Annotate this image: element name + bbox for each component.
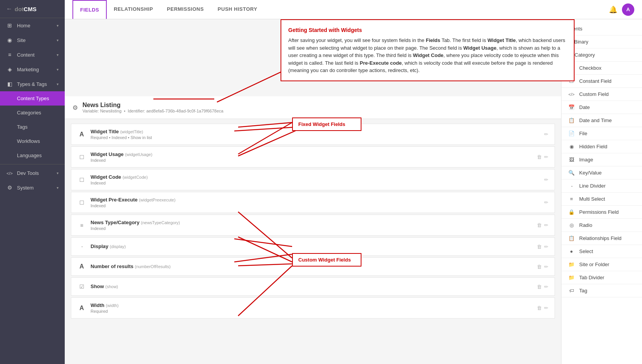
- notification-icon[interactable]: 🔔: [609, 5, 617, 14]
- delete-icon[interactable]: 🗑: [537, 284, 542, 290]
- delete-icon[interactable]: 🗑: [537, 244, 542, 250]
- sidebar-item-types-tags[interactable]: ◧ Types & Tags ▾: [0, 77, 65, 91]
- field-actions: 🗑 ✏: [537, 305, 548, 311]
- chevron-icon: ▾: [57, 38, 59, 42]
- sidebar-item-home[interactable]: ⊞ Home ▾: [0, 18, 65, 33]
- field-actions: 🗑 ✏: [537, 222, 548, 228]
- sidebar-item-system[interactable]: ⚙ System ▾: [0, 180, 65, 195]
- right-panel-item-radio[interactable]: ◎ Radio: [561, 219, 642, 232]
- right-panel-item-line-divider[interactable]: ··· Line Divider: [561, 179, 642, 193]
- field-meta: Indexed: [91, 203, 539, 208]
- field-meta: Required • Indexed • Show in list: [91, 135, 539, 140]
- field-var: (width): [106, 303, 119, 308]
- gear-icon[interactable]: ⚙: [72, 104, 78, 111]
- right-panel-item-site-or-folder[interactable]: 📁 Site or Folder: [561, 258, 642, 271]
- sidebar-item-content[interactable]: ≡ Content ▾: [0, 47, 65, 62]
- line-divider-icon: ···: [568, 184, 575, 188]
- delete-icon[interactable]: 🗑: [537, 264, 542, 270]
- right-panel-item-select[interactable]: ● Select: [561, 245, 642, 258]
- field-actions: 🗑 ✏: [537, 154, 548, 160]
- delete-icon[interactable]: 🗑: [537, 222, 542, 228]
- field-var: (display): [110, 244, 126, 249]
- avatar[interactable]: A: [622, 3, 634, 16]
- home-icon: ⊞: [6, 22, 13, 29]
- right-panel-item-multi-select[interactable]: ≡ Multi Select: [561, 193, 642, 206]
- back-arrow-icon[interactable]: ←: [6, 5, 12, 12]
- field-actions: ✏: [544, 200, 548, 205]
- site-icon: ◉: [6, 37, 13, 43]
- delete-icon[interactable]: 🗑: [537, 305, 542, 311]
- field-type-icon: ≡: [77, 221, 86, 230]
- right-panel-item-tab-divider[interactable]: 📁 Tab Divider: [561, 271, 642, 284]
- right-panel-item-custom-field[interactable]: </> Custom Field: [561, 88, 642, 101]
- field-type-icon: ☑: [77, 282, 86, 291]
- field-info: News Type/Category (newsTypeCategory) In…: [91, 220, 532, 231]
- image-icon: 🖼: [568, 157, 575, 163]
- right-panel-label: Site or Folder: [579, 262, 609, 267]
- sidebar-item-content-types[interactable]: Content Types: [0, 91, 65, 106]
- sidebar-item-languages[interactable]: Languages: [0, 148, 65, 163]
- right-panel-item-tag[interactable]: 🏷 Tag: [561, 284, 642, 297]
- edit-icon[interactable]: ✏: [544, 200, 548, 205]
- site-folder-icon: 📁: [568, 262, 575, 267]
- field-info: Width (width) Required: [91, 302, 532, 314]
- date-icon: 📅: [568, 104, 575, 110]
- right-panel-item-file[interactable]: 📄 File: [561, 127, 642, 140]
- edit-icon[interactable]: ✏: [544, 177, 548, 183]
- system-icon: ⚙: [6, 185, 13, 191]
- tab-push-history[interactable]: PUSH HISTORY: [211, 0, 264, 19]
- sidebar-item-workflows[interactable]: Workflows: [0, 134, 65, 148]
- field-row: ☐ Widget Code (widgetCode) Indexed ✏: [71, 169, 555, 190]
- right-panel-label: File: [579, 131, 587, 136]
- field-info: Widget Title (widgetTitle) Required • In…: [91, 129, 539, 140]
- field-name: Display (display): [91, 243, 532, 249]
- sidebar-item-dev-tools[interactable]: </> Dev Tools ▾: [0, 166, 65, 180]
- tag-icon: 🏷: [568, 288, 575, 294]
- right-panel-item-permissions-field[interactable]: 🔒 Permissions Field: [561, 206, 642, 219]
- relationships-field-icon: 📋: [568, 235, 575, 241]
- field-info: Widget Usage (widgetUsage) Indexed: [91, 151, 532, 163]
- edit-icon[interactable]: ✏: [544, 264, 548, 270]
- delete-icon[interactable]: 🗑: [537, 154, 542, 160]
- right-panel-item-date[interactable]: 📅 Date: [561, 101, 642, 114]
- right-panel-item-relationships-field[interactable]: 📋 Relationships Field: [561, 232, 642, 245]
- field-var: (widgetTitle): [120, 129, 143, 134]
- field-row: ☐ Widget Pre-Execute (widgetPreexecute) …: [71, 192, 555, 213]
- tab-relationship[interactable]: RELATIONSHIP: [107, 0, 160, 19]
- edit-icon[interactable]: ✏: [544, 154, 548, 160]
- chevron-icon: ▾: [57, 23, 59, 28]
- right-panel-item-image[interactable]: 🖼 Image: [561, 153, 642, 166]
- sidebar-item-site[interactable]: ◉ Site ▾: [0, 33, 65, 47]
- right-panel-item-key-value[interactable]: 🔍 Key/Value: [561, 166, 642, 179]
- field-list: A Widget Title (widgetTitle) Required • …: [65, 119, 561, 323]
- field-type-icon: ☐: [77, 176, 86, 184]
- field-row: ☑ Show (show) 🗑 ✏: [71, 277, 555, 296]
- logo-text: dotCMS: [15, 6, 37, 12]
- right-panel-label: Radio: [579, 222, 592, 228]
- sidebar-item-marketing[interactable]: ◈ Marketing ▾: [0, 62, 65, 77]
- content-type-title: News Listing: [82, 102, 224, 109]
- sidebar-item-tags[interactable]: Tags: [0, 120, 65, 134]
- right-panel-label: Hidden Field: [579, 144, 607, 149]
- content-header: ⚙ News Listing Variable: Newslisting • I…: [65, 96, 561, 119]
- right-panel-item-date-and-time[interactable]: 📋 Date and Time: [561, 114, 642, 127]
- field-actions: 🗑 ✏: [537, 244, 548, 250]
- edit-icon[interactable]: ✏: [544, 222, 548, 228]
- right-panel-item-hidden-field[interactable]: ◉ Hidden Field: [561, 140, 642, 153]
- tab-permissions[interactable]: PERMISSIONS: [160, 0, 211, 19]
- dev-tools-icon: </>: [6, 171, 13, 176]
- tab-fields[interactable]: FIELDS: [72, 0, 107, 19]
- right-panel-label: Date: [579, 104, 590, 110]
- edit-icon[interactable]: ✏: [544, 305, 548, 311]
- edit-icon[interactable]: ✏: [544, 244, 548, 250]
- edit-icon[interactable]: ✏: [544, 131, 548, 137]
- field-name: Widget Usage (widgetUsage): [91, 151, 532, 157]
- edit-icon[interactable]: ✏: [544, 284, 548, 290]
- field-row: ··· Display (display) 🗑 ✏: [71, 237, 555, 256]
- sidebar-item-categories[interactable]: Categories: [0, 106, 65, 120]
- chevron-icon: ▾: [57, 67, 59, 72]
- topbar-tabs: FIELDS RELATIONSHIP PERMISSIONS PUSH HIS…: [72, 0, 264, 19]
- right-panel-label: Select: [579, 248, 593, 254]
- main-content: FIELDS RELATIONSHIP PERMISSIONS PUSH HIS…: [65, 0, 642, 364]
- multi-select-icon: ≡: [568, 196, 575, 202]
